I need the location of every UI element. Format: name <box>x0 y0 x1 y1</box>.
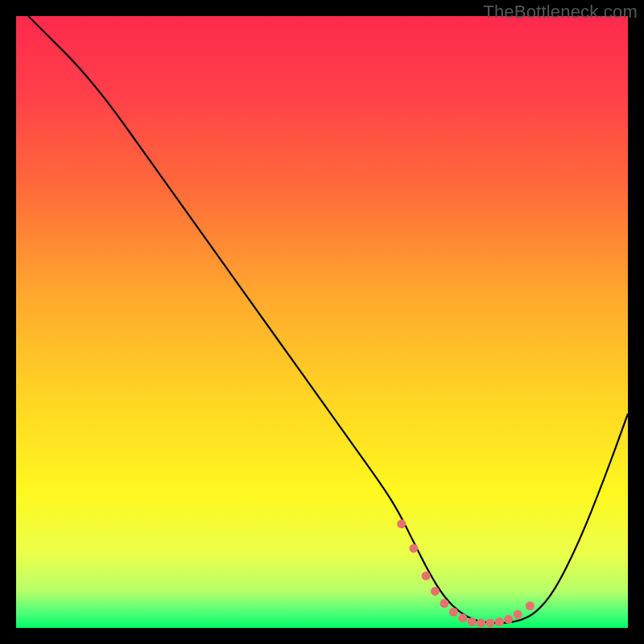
chart-frame <box>16 16 628 628</box>
marker-dot <box>477 618 485 627</box>
marker-dot <box>526 601 535 610</box>
marker-dot <box>486 618 495 627</box>
marker-dot <box>397 519 406 528</box>
marker-dot <box>431 587 440 596</box>
marker-dot <box>422 572 431 580</box>
watermark-text: TheBottleneck.com <box>483 2 638 23</box>
marker-dot <box>504 615 513 624</box>
gradient-fill <box>16 16 628 628</box>
chart-svg <box>16 16 628 628</box>
marker-dot <box>449 608 458 617</box>
marker-dot <box>410 544 419 553</box>
marker-dot <box>440 599 449 608</box>
marker-dot <box>495 617 504 626</box>
marker-dot <box>514 610 522 619</box>
marker-dot <box>468 617 477 626</box>
marker-dot <box>458 613 467 622</box>
